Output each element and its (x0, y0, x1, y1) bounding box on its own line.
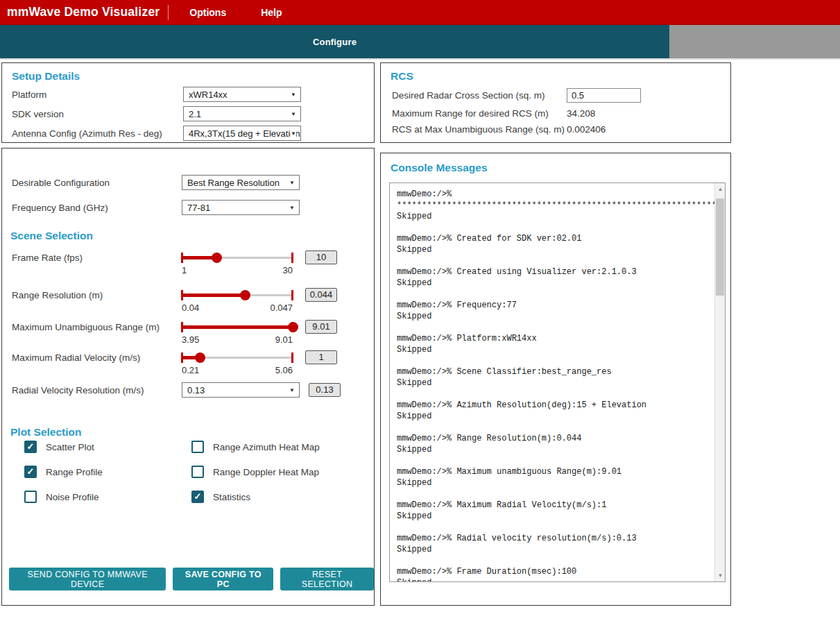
scene-selection-heading: Scene Selection (10, 230, 93, 242)
slider-max-label: 5.06 (275, 365, 293, 375)
radial-velocity-resolution-box: 0.13 (309, 383, 341, 397)
slider-max-label: 30 (283, 265, 293, 275)
checkbox-box[interactable]: ✓ (24, 441, 37, 453)
slider-min-tick (181, 290, 183, 300)
frame-rate-label: Frame Rate (fps) (12, 250, 182, 278)
max-unambiguous-range-label: Maximum Unambiguous Range (m) (12, 319, 182, 347)
dropdown-arrow-icon: ▼ (289, 205, 295, 211)
configure-panel: Desirable Configuration Best Range Resol… (1, 148, 375, 606)
antenna-config-label: Antenna Config (Azimuth Res - deg) (12, 128, 183, 139)
radial-velocity-resolution-select[interactable]: 0.13 ▼ (182, 382, 300, 398)
check-icon: ✓ (194, 492, 202, 502)
console-output: mmwDemo:/>% ****************************… (389, 182, 726, 582)
slider-handle[interactable] (240, 290, 250, 300)
frame-rate-value: 10 (305, 250, 337, 264)
antenna-config-value: 4Rx,3Tx(15 deg + Elevation (189, 128, 300, 139)
setup-details-panel: Setup Details Platform xWR14xx ▼ SDK ver… (1, 62, 375, 143)
dropdown-arrow-icon: ▼ (291, 130, 296, 137)
slider-fill (182, 325, 293, 329)
desirable-configuration-select[interactable]: Best Range Resolution ▼ (182, 175, 300, 190)
desired-rcs-label: Desired Radar Cross Section (sq. m) (392, 90, 567, 101)
checkbox-box[interactable]: ✓ (191, 491, 204, 503)
antenna-config-select[interactable]: 4Rx,3Tx(15 deg + Elevation ▼ (183, 126, 301, 141)
save-config-button[interactable]: SAVE CONFIG TO PC (173, 568, 273, 590)
slider-min-label: 1 (182, 265, 187, 275)
slider-min-tick (181, 253, 183, 263)
sdk-version-label: SDK version (12, 109, 183, 119)
max-radial-velocity-value: 1 (305, 350, 337, 364)
desired-rcs-input[interactable] (567, 88, 641, 103)
dropdown-arrow-icon: ▼ (289, 180, 295, 186)
checkbox-box[interactable]: ✓ (191, 441, 204, 453)
frame-rate-slider[interactable]: 1 30 (182, 250, 293, 278)
slider-max-tick (291, 352, 293, 363)
frequency-band-label: Frequency Band (GHz) (12, 203, 182, 213)
slider-max-tick (291, 290, 293, 300)
sdk-version-select[interactable]: 2.1 ▼ (183, 106, 301, 121)
max-unambiguous-range-slider[interactable]: 3.95 9.01 (182, 319, 293, 347)
checkbox-range-azimuth-heat-map[interactable]: ✓ Range Azimuth Heat Map (191, 441, 320, 453)
range-resolution-label: Range Resolution (m) (12, 287, 182, 315)
plot-selection-heading: Plot Selection (10, 426, 82, 439)
rcs-max-unambiguous-label: RCS at Max Unambiguous Range (sq. m) (392, 124, 567, 135)
check-icon: ✓ (27, 467, 35, 477)
scrollbar-up-icon[interactable]: ▲ (715, 183, 726, 195)
platform-select[interactable]: xWR14xx ▼ (183, 87, 301, 102)
checkbox-box[interactable]: ✓ (24, 466, 37, 478)
checkbox-range-profile[interactable]: ✓ Range Profile (24, 466, 103, 478)
range-resolution-slider[interactable]: 0.04 0.047 (182, 287, 293, 315)
slider-handle[interactable] (195, 352, 205, 363)
radial-velocity-resolution-value: 0.13 (187, 385, 205, 395)
tab-bar: Configure (0, 25, 840, 60)
slider-handle[interactable] (288, 322, 298, 332)
app-header: mmWave Demo Visualizer Options Help (0, 0, 840, 25)
desirable-configuration-value: Best Range Resolution (187, 178, 280, 188)
send-config-button[interactable]: SEND CONFIG TO MMWAVE DEVICE (9, 568, 166, 590)
checkbox-label: Range Doppler Heat Map (213, 467, 319, 477)
checkbox-range-doppler-heat-map[interactable]: ✓ Range Doppler Heat Map (191, 466, 319, 478)
platform-value: xWR14xx (189, 90, 228, 100)
radial-velocity-resolution-label: Radial Velocity Resolution (m/s) (12, 385, 182, 395)
console-scrollbar[interactable]: ▲ ▼ (714, 183, 725, 581)
tab-configure[interactable]: Configure (0, 25, 669, 58)
checkbox-noise-profile[interactable]: ✓ Noise Profile (24, 491, 99, 503)
sdk-version-value: 2.1 (189, 109, 201, 119)
console-text: mmwDemo:/>% ****************************… (390, 183, 714, 581)
checkbox-label: Noise Profile (46, 492, 99, 502)
config-buttons-row: SEND CONFIG TO MMWAVE DEVICE SAVE CONFIG… (9, 568, 374, 590)
check-icon: ✓ (27, 442, 35, 452)
checkbox-label: Range Profile (46, 467, 103, 477)
checkbox-label: Scatter Plot (46, 442, 94, 452)
slider-max-tick (291, 253, 293, 263)
checkbox-label: Range Azimuth Heat Map (213, 442, 320, 452)
slider-min-label: 0.21 (182, 365, 199, 375)
dropdown-arrow-icon: ▼ (289, 387, 295, 393)
scrollbar-thumb[interactable] (716, 198, 724, 296)
reset-selection-button[interactable]: RESET SELECTION (280, 568, 374, 590)
app-title: mmWave Demo Visualizer (7, 5, 160, 19)
header-divider (168, 5, 169, 20)
menu-options[interactable]: Options (180, 7, 236, 18)
max-radial-velocity-slider[interactable]: 0.21 5.06 (182, 350, 293, 377)
scrollbar-down-icon[interactable]: ▼ (715, 570, 726, 581)
checkbox-box[interactable]: ✓ (24, 491, 37, 503)
main-content: Setup Details Platform xWR14xx ▼ SDK ver… (0, 60, 840, 620)
max-range-rcs-label: Maximum Range for desired RCS (m) (392, 108, 567, 119)
menu-help[interactable]: Help (251, 7, 291, 18)
platform-label: Platform (12, 90, 183, 100)
checkbox-scatter-plot[interactable]: ✓ Scatter Plot (24, 441, 94, 453)
desirable-configuration-label: Desirable Configuration (12, 178, 182, 188)
slider-handle[interactable] (212, 253, 222, 263)
slider-max-label: 9.01 (275, 334, 293, 345)
checkbox-box[interactable]: ✓ (191, 466, 204, 478)
slider-min-label: 3.95 (182, 334, 199, 345)
rcs-max-unambiguous-value: 0.002406 (567, 124, 606, 135)
checkbox-statistics[interactable]: ✓ Statistics (191, 491, 250, 503)
rcs-heading: RCS (381, 63, 730, 83)
max-unambiguous-range-value: 9.01 (305, 320, 337, 334)
max-range-rcs-value: 34.208 (567, 108, 595, 119)
frequency-band-select[interactable]: 77-81 ▼ (182, 200, 300, 215)
dropdown-arrow-icon: ▼ (291, 111, 296, 117)
slider-max-label: 0.047 (270, 303, 293, 313)
frequency-band-value: 77-81 (187, 203, 210, 213)
